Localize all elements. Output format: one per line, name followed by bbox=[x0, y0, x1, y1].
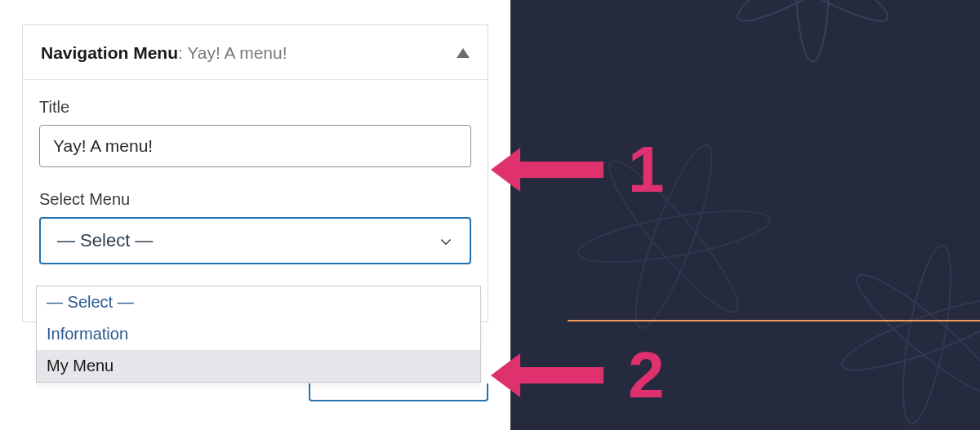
widget-card: Navigation Menu: Yay! A menu! Title Sele… bbox=[22, 24, 488, 322]
svg-point-4 bbox=[575, 201, 773, 273]
title-field-block: Title bbox=[39, 98, 471, 167]
title-input[interactable] bbox=[39, 125, 471, 167]
option-information[interactable]: Information bbox=[37, 318, 480, 350]
svg-point-5 bbox=[596, 150, 751, 324]
svg-point-6 bbox=[893, 242, 960, 426]
decorative-flower-icon bbox=[788, 196, 980, 430]
svg-point-3 bbox=[622, 139, 725, 335]
preview-pane bbox=[510, 0, 980, 430]
select-menu-label: Select Menu bbox=[39, 190, 471, 209]
svg-point-2 bbox=[730, 0, 896, 33]
select-menu-display: — Select — bbox=[57, 230, 153, 251]
option-select-placeholder[interactable]: — Select — bbox=[37, 286, 480, 318]
chevron-down-icon bbox=[439, 233, 453, 248]
customizer-panel: Navigation Menu: Yay! A menu! Title Sele… bbox=[0, 0, 510, 430]
widget-instance-title: Yay! A menu! bbox=[187, 43, 287, 62]
select-menu-options-list: — Select — Information My Menu bbox=[36, 286, 481, 383]
widget-type-label: Navigation Menu bbox=[41, 43, 178, 62]
partial-button-outline bbox=[309, 383, 488, 401]
decorative-flower-icon bbox=[535, 98, 813, 375]
title-label: Title bbox=[39, 98, 471, 117]
svg-point-1 bbox=[730, 0, 896, 33]
select-menu-dropdown[interactable]: — Select — bbox=[39, 217, 471, 264]
widget-header[interactable]: Navigation Menu: Yay! A menu! bbox=[23, 25, 488, 80]
preview-divider bbox=[568, 320, 980, 321]
decorative-flower-icon bbox=[674, 0, 951, 114]
select-menu-field-block: Select Menu — Select — bbox=[39, 190, 471, 264]
svg-point-0 bbox=[796, 0, 830, 61]
option-my-menu[interactable]: My Menu bbox=[37, 350, 480, 382]
widget-title: Navigation Menu: Yay! A menu! bbox=[41, 43, 287, 63]
collapse-icon[interactable] bbox=[457, 48, 470, 58]
widget-title-separator: : bbox=[178, 43, 187, 62]
svg-point-8 bbox=[846, 263, 980, 406]
